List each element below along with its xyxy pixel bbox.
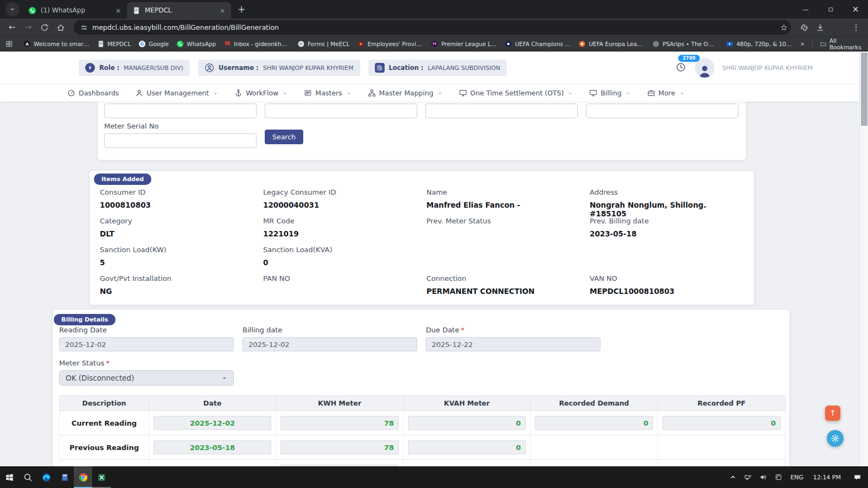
tab-search-button[interactable] bbox=[5, 2, 20, 16]
filter-input-1[interactable] bbox=[104, 104, 257, 118]
bookmark-item-mepdcl[interactable]: MEPDCL bbox=[93, 38, 135, 49]
taskbar-calculator-button[interactable] bbox=[55, 466, 74, 488]
field-label: Govt/Pvt Installation bbox=[100, 274, 253, 282]
site-info-icon[interactable] bbox=[80, 24, 88, 31]
column-header-description: Description bbox=[60, 396, 149, 411]
browser-tabstrip: (1) WhatsApp×MEPDCL× + — × bbox=[0, 0, 868, 18]
chevron-down-icon bbox=[567, 91, 573, 96]
browser-toolbar: ← → mepdcl.ubs.ieasybill.com/BillGenerat… bbox=[0, 18, 868, 36]
app-header: Role :MANAGER(SUB DIV)Username :SHRI WAN… bbox=[0, 52, 859, 84]
bookmark-item-whatsapp[interactable]: WhatsApp bbox=[173, 38, 220, 49]
taskbar-chrome-button[interactable] bbox=[74, 466, 92, 488]
downloads-button[interactable] bbox=[813, 20, 828, 35]
nav-item-user-management[interactable]: User Management bbox=[135, 89, 218, 97]
reload-button[interactable] bbox=[37, 20, 52, 35]
consumer-field-pan-no: PAN NO bbox=[253, 274, 416, 303]
reading-date-input[interactable]: 2025-12-02 bbox=[59, 337, 234, 351]
reading-value-input[interactable]: 0 bbox=[535, 416, 653, 430]
bookmark-item-welcome-to-smart[interactable]: AWelcome to smart... bbox=[20, 38, 93, 49]
extensions-button[interactable] bbox=[796, 20, 812, 35]
billing-date-input[interactable]: 2025-12-02 bbox=[242, 337, 417, 351]
bookmark-item-uefa-champions-le[interactable]: UEFA Champions Le... bbox=[501, 38, 575, 49]
speaker-icon[interactable] bbox=[757, 466, 770, 488]
meter-status-select[interactable]: OK (Disconnected) bbox=[59, 370, 234, 386]
tab-title: (1) WhatsApp bbox=[41, 7, 110, 14]
all-bookmarks-label: All Bookmarks bbox=[829, 37, 863, 50]
settings-fab[interactable] bbox=[827, 430, 844, 447]
all-bookmarks-button[interactable]: All Bookmarks bbox=[816, 36, 867, 52]
home-button[interactable] bbox=[53, 20, 68, 35]
page-scrollbar[interactable] bbox=[859, 52, 868, 466]
bookmarks-overflow-button[interactable]: » bbox=[796, 39, 808, 49]
taskbar-clock[interactable]: 12:14 PM bbox=[809, 474, 845, 481]
browser-menu-button[interactable] bbox=[848, 20, 864, 35]
reading-value-input[interactable]: 0 bbox=[408, 440, 526, 454]
reading-value-input[interactable]: 78 bbox=[280, 440, 399, 454]
table-cell: 78 bbox=[276, 411, 404, 435]
new-tab-button[interactable]: + bbox=[234, 2, 248, 16]
bookmark-item-forms-meecl[interactable]: Forms | MeECL bbox=[293, 38, 353, 49]
reading-value-input[interactable]: 78 bbox=[280, 416, 399, 430]
reading-date-input[interactable]: 2025-12-02 bbox=[154, 416, 271, 430]
due-date-input[interactable]: 2025-12-22 bbox=[426, 337, 601, 351]
filter-input-4[interactable] bbox=[586, 104, 738, 118]
scrollbar-thumb[interactable] bbox=[861, 53, 867, 126]
bookmark-item-psarips-the-offici[interactable]: PSArips • The Offici... bbox=[648, 38, 722, 49]
action-center-button[interactable] bbox=[847, 466, 867, 488]
nav-item-more[interactable]: More bbox=[647, 89, 685, 97]
svg-text:A: A bbox=[25, 42, 29, 47]
url-text[interactable]: mepdcl.ubs.ieasybill.com/BillGeneration/… bbox=[92, 23, 776, 31]
network-icon[interactable] bbox=[742, 466, 755, 488]
bookmark-label: MEPDCL bbox=[107, 41, 131, 47]
bookmark-item-inbox-gideonkhark[interactable]: MInbox - gideonkhark... bbox=[220, 38, 293, 49]
field-value: PERMANENT CONNECTION bbox=[426, 287, 579, 296]
bookmark-item-employees-provide[interactable]: Employees' Provide... bbox=[353, 38, 427, 49]
required-asterisk: * bbox=[106, 359, 110, 367]
maximize-button[interactable] bbox=[818, 0, 843, 18]
calculator-icon bbox=[60, 473, 69, 482]
taskbar-edge-button[interactable] bbox=[37, 466, 55, 488]
tray-app-icon[interactable] bbox=[772, 466, 785, 488]
bookmark-item-google[interactable]: GGoogle bbox=[135, 38, 173, 49]
header-badges: Role :MANAGER(SUB DIV)Username :SHRI WAN… bbox=[79, 60, 515, 76]
reading-date-input[interactable]: 2023-05-18 bbox=[154, 440, 271, 454]
tray-expand-button[interactable] bbox=[726, 466, 739, 488]
close-button[interactable]: × bbox=[843, 0, 868, 18]
reading-value-input[interactable]: 0 bbox=[662, 416, 781, 430]
bookmark-item-uefa-europa-leagu[interactable]: UEFA Europa Leagu... bbox=[575, 38, 648, 49]
filter-input-3[interactable] bbox=[425, 104, 578, 118]
apps-grid-button[interactable] bbox=[5, 38, 13, 50]
windows-icon bbox=[5, 473, 14, 482]
nav-item-one-time-settlement-ots[interactable]: One Time Settlement (OTS) bbox=[459, 89, 573, 97]
tab-close-icon[interactable]: × bbox=[218, 6, 227, 15]
minimize-button[interactable]: — bbox=[793, 0, 818, 18]
nav-item-dashboards[interactable]: Dashboards bbox=[67, 89, 119, 97]
bookmark-star-icon[interactable] bbox=[780, 24, 788, 31]
start-button[interactable] bbox=[0, 466, 18, 488]
bookmark-label: Google bbox=[149, 41, 169, 47]
browser-tab-1-whatsapp[interactable]: (1) WhatsApp× bbox=[23, 2, 127, 18]
bookmark-item-premier-league-live[interactable]: Premier League Live... bbox=[427, 38, 501, 49]
table-cell: 0 bbox=[658, 411, 786, 435]
reading-value-input[interactable]: 0 bbox=[408, 416, 526, 430]
filter-input-2[interactable] bbox=[265, 104, 417, 118]
bookmark-item-480p-720p-1080[interactable]: 480p, 720p, & 1080... bbox=[722, 38, 796, 49]
address-bar[interactable]: mepdcl.ubs.ieasybill.com/BillGeneration/… bbox=[74, 20, 791, 35]
browser-profile-avatar[interactable] bbox=[831, 21, 845, 35]
nav-item-billing[interactable]: Billing bbox=[589, 89, 630, 97]
taskbar-search-button[interactable] bbox=[18, 466, 37, 488]
nav-item-master-mapping[interactable]: Master Mapping bbox=[368, 89, 443, 97]
nav-item-workflow[interactable]: WorkFlow bbox=[234, 89, 288, 97]
bookmark-label: PSArips • The Offici... bbox=[662, 41, 718, 47]
browser-tab-mepdcl[interactable]: MEPDCL× bbox=[127, 2, 231, 18]
session-clock[interactable]: 2700 bbox=[675, 62, 687, 74]
forward-button[interactable]: → bbox=[21, 20, 36, 35]
language-indicator[interactable]: ENG bbox=[787, 474, 807, 481]
back-button[interactable]: ← bbox=[4, 20, 20, 35]
scroll-to-top-button[interactable]: ↑ bbox=[825, 406, 840, 421]
tab-close-icon[interactable]: × bbox=[114, 6, 123, 15]
nav-item-masters[interactable]: Masters bbox=[304, 89, 351, 97]
search-button[interactable]: Search bbox=[265, 130, 303, 144]
taskbar-excel-button[interactable] bbox=[92, 466, 111, 488]
meter-serial-input[interactable] bbox=[104, 133, 257, 148]
